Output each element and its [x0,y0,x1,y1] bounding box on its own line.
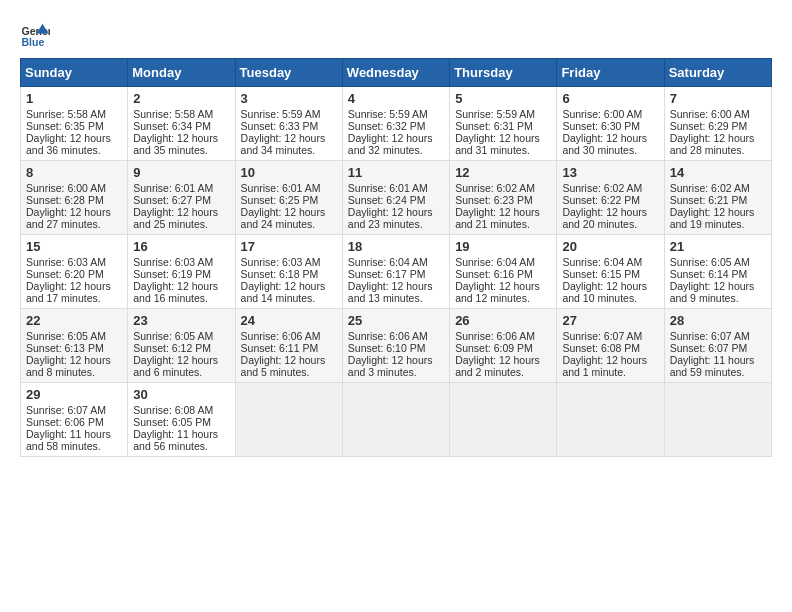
day-info-line: Sunrise: 5:59 AM [455,108,551,120]
day-info-line: and 16 minutes. [133,292,229,304]
day-info-line: and 6 minutes. [133,366,229,378]
day-cell: 7Sunrise: 6:00 AMSunset: 6:29 PMDaylight… [664,87,771,161]
day-info-line: Sunrise: 6:04 AM [348,256,444,268]
day-cell: 5Sunrise: 5:59 AMSunset: 6:31 PMDaylight… [450,87,557,161]
day-info-line: Daylight: 12 hours [670,132,766,144]
day-cell [342,383,449,457]
day-cell: 6Sunrise: 6:00 AMSunset: 6:30 PMDaylight… [557,87,664,161]
day-info-line: Sunrise: 6:05 AM [133,330,229,342]
day-number: 10 [241,165,337,180]
day-info-line: Daylight: 12 hours [133,132,229,144]
day-cell: 28Sunrise: 6:07 AMSunset: 6:07 PMDayligh… [664,309,771,383]
day-number: 15 [26,239,122,254]
day-info-line: Sunset: 6:33 PM [241,120,337,132]
day-info-line: Daylight: 12 hours [455,354,551,366]
day-info-line: Daylight: 12 hours [133,354,229,366]
day-info-line: Sunrise: 6:03 AM [241,256,337,268]
day-info-line: Sunset: 6:21 PM [670,194,766,206]
day-info-line: and 21 minutes. [455,218,551,230]
day-cell: 4Sunrise: 5:59 AMSunset: 6:32 PMDaylight… [342,87,449,161]
day-info-line: Sunset: 6:23 PM [455,194,551,206]
day-cell: 3Sunrise: 5:59 AMSunset: 6:33 PMDaylight… [235,87,342,161]
day-number: 7 [670,91,766,106]
day-info-line: Sunrise: 6:03 AM [133,256,229,268]
day-info-line: Daylight: 12 hours [241,354,337,366]
day-info-line: Sunset: 6:27 PM [133,194,229,206]
day-info-line: Daylight: 12 hours [241,132,337,144]
header-tuesday: Tuesday [235,59,342,87]
day-number: 2 [133,91,229,106]
day-info-line: Sunrise: 6:03 AM [26,256,122,268]
day-cell [450,383,557,457]
day-cell: 21Sunrise: 6:05 AMSunset: 6:14 PMDayligh… [664,235,771,309]
day-info-line: and 58 minutes. [26,440,122,452]
day-cell: 22Sunrise: 6:05 AMSunset: 6:13 PMDayligh… [21,309,128,383]
day-info-line: Sunrise: 6:02 AM [562,182,658,194]
day-info-line: and 20 minutes. [562,218,658,230]
day-info-line: and 2 minutes. [455,366,551,378]
day-info-line: Daylight: 12 hours [455,280,551,292]
day-info-line: Sunrise: 6:00 AM [26,182,122,194]
day-info-line: Sunrise: 6:05 AM [670,256,766,268]
day-info-line: Sunset: 6:22 PM [562,194,658,206]
day-info-line: and 36 minutes. [26,144,122,156]
day-number: 23 [133,313,229,328]
day-info-line: Sunset: 6:32 PM [348,120,444,132]
day-number: 5 [455,91,551,106]
day-cell: 19Sunrise: 6:04 AMSunset: 6:16 PMDayligh… [450,235,557,309]
day-cell: 11Sunrise: 6:01 AMSunset: 6:24 PMDayligh… [342,161,449,235]
day-cell: 30Sunrise: 6:08 AMSunset: 6:05 PMDayligh… [128,383,235,457]
day-info-line: Daylight: 12 hours [26,354,122,366]
day-number: 26 [455,313,551,328]
day-number: 29 [26,387,122,402]
day-info-line: and 10 minutes. [562,292,658,304]
day-info-line: Sunrise: 6:07 AM [562,330,658,342]
day-info-line: Sunset: 6:06 PM [26,416,122,428]
day-info-line: Sunrise: 6:07 AM [26,404,122,416]
day-number: 4 [348,91,444,106]
day-info-line: and 14 minutes. [241,292,337,304]
day-info-line: and 27 minutes. [26,218,122,230]
day-number: 13 [562,165,658,180]
day-number: 27 [562,313,658,328]
day-info-line: Daylight: 12 hours [26,132,122,144]
day-info-line: Sunset: 6:31 PM [455,120,551,132]
day-info-line: and 30 minutes. [562,144,658,156]
day-info-line: and 32 minutes. [348,144,444,156]
day-info-line: Sunrise: 6:00 AM [562,108,658,120]
logo-icon: General Blue [20,20,50,50]
day-cell: 25Sunrise: 6:06 AMSunset: 6:10 PMDayligh… [342,309,449,383]
day-info-line: Daylight: 12 hours [348,206,444,218]
day-cell: 26Sunrise: 6:06 AMSunset: 6:09 PMDayligh… [450,309,557,383]
day-info-line: Sunset: 6:16 PM [455,268,551,280]
day-info-line: and 31 minutes. [455,144,551,156]
day-info-line: Daylight: 12 hours [348,132,444,144]
day-info-line: Daylight: 12 hours [241,280,337,292]
header-friday: Friday [557,59,664,87]
day-info-line: Sunrise: 6:06 AM [348,330,444,342]
day-info-line: and 12 minutes. [455,292,551,304]
day-info-line: Sunset: 6:05 PM [133,416,229,428]
logo: General Blue [20,20,50,50]
day-info-line: Sunset: 6:30 PM [562,120,658,132]
day-cell [664,383,771,457]
day-cell: 14Sunrise: 6:02 AMSunset: 6:21 PMDayligh… [664,161,771,235]
day-info-line: Sunset: 6:24 PM [348,194,444,206]
day-info-line: and 3 minutes. [348,366,444,378]
day-info-line: Daylight: 12 hours [562,280,658,292]
day-info-line: Sunset: 6:28 PM [26,194,122,206]
day-info-line: Sunset: 6:25 PM [241,194,337,206]
day-info-line: Sunrise: 6:04 AM [455,256,551,268]
day-info-line: and 23 minutes. [348,218,444,230]
day-info-line: Sunrise: 6:02 AM [455,182,551,194]
header-monday: Monday [128,59,235,87]
day-info-line: and 35 minutes. [133,144,229,156]
day-info-line: and 1 minute. [562,366,658,378]
day-info-line: Sunset: 6:34 PM [133,120,229,132]
day-number: 9 [133,165,229,180]
day-info-line: and 8 minutes. [26,366,122,378]
day-info-line: Sunrise: 6:00 AM [670,108,766,120]
day-info-line: Daylight: 12 hours [348,280,444,292]
day-info-line: Daylight: 12 hours [670,206,766,218]
day-info-line: Sunset: 6:07 PM [670,342,766,354]
